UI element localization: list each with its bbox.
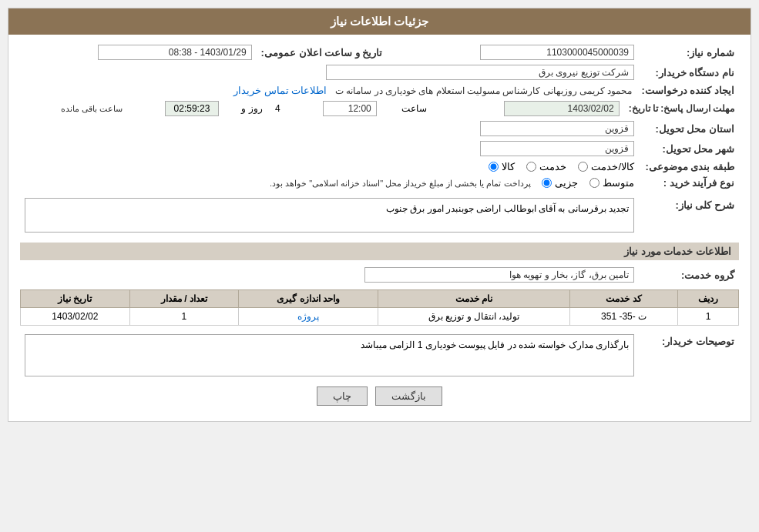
city-input[interactable] <box>480 141 634 156</box>
deadline-time-label: ساعت <box>401 103 427 114</box>
description-value: تجدید برقرسانی به آقای ابوطالب اراضی جوب… <box>25 198 634 233</box>
services-section-title: اطلاعات خدمات مورد نیاز <box>20 243 739 260</box>
page-wrapper: جزئیات اطلاعات نیاز شماره نیاز: تاریخ و … <box>8 8 751 422</box>
province-table: استان محل تحویل: <box>20 119 739 139</box>
buyer-org-label: نام دستگاه خریدار: <box>639 62 739 82</box>
creator-label: ایجاد کننده درخواست: <box>636 82 739 99</box>
table-row: 1ت -35- 351تولید، انتقال و توزیع برقپروژ… <box>21 308 739 326</box>
category-radio-group: کالا/خدمت خدمت کالا <box>489 161 634 172</box>
purchase-type-label: نوع فرآیند خرید : <box>639 175 739 191</box>
category-goods-service-label: کالا/خدمت <box>591 161 634 172</box>
deadline-table: مهلت ارسال پاسخ: تا تاریخ: ساعت 4 روز و <box>20 99 739 119</box>
main-content: شماره نیاز: تاریخ و ساعت اعلان عمومی: نا… <box>8 35 751 421</box>
purchase-type-table: نوع فرآیند خرید : متوسط جزیی پرداخت <box>20 175 739 191</box>
need-number-label: شماره نیاز: <box>639 42 739 62</box>
category-service-label: خدمت <box>539 161 566 172</box>
back-button[interactable]: بازگشت <box>375 386 442 406</box>
description-table: شرح کلی نیاز: تجدید برقرسانی به آقای ابو… <box>20 196 739 235</box>
col-date: تاریخ نیاز <box>21 290 130 308</box>
page-header: جزئیات اطلاعات نیاز <box>8 8 751 35</box>
category-table: طبقه بندی موضوعی: کالا/خدمت خدمت کالا <box>20 159 739 175</box>
print-button[interactable]: چاپ <box>317 386 368 406</box>
service-group-input[interactable] <box>364 267 634 283</box>
deadline-date-input[interactable] <box>504 101 620 116</box>
category-service-radio[interactable] <box>526 162 536 172</box>
col-service-code: کد خدمت <box>570 290 678 308</box>
category-service-option[interactable]: خدمت <box>526 161 566 172</box>
creator-contact-link[interactable]: اطلاعات تماس خریدار <box>233 85 327 96</box>
category-goods-service-option[interactable]: کالا/خدمت <box>578 161 634 172</box>
category-goods-label: کالا <box>502 161 515 172</box>
col-service-name: نام خدمت <box>378 290 570 308</box>
buyer-notes-value: بارگذاری مدارک خواسته شده در فایل پیوست … <box>25 334 634 376</box>
city-table: شهر محل تحویل: <box>20 139 739 159</box>
service-group-table: گروه خدمت: <box>20 265 739 285</box>
publish-date-input[interactable] <box>98 45 252 60</box>
action-buttons: بازگشت چاپ <box>20 386 739 406</box>
category-goods-service-radio[interactable] <box>578 162 588 172</box>
category-goods-option[interactable]: کالا <box>489 161 515 172</box>
province-input[interactable] <box>480 121 634 136</box>
countdown-value: 02:59:23 <box>165 101 219 116</box>
buyer-notes-table: توصیحات خریدار: بارگذاری مدارک خواسته شد… <box>20 332 739 379</box>
purchase-medium-option[interactable]: متوسط <box>589 177 634 189</box>
buyer-notes-label: توصیحات خریدار: <box>639 332 739 379</box>
page-title: جزئیات اطلاعات نیاز <box>331 15 428 28</box>
purchase-partial-label: جزیی <box>555 177 578 189</box>
purchase-medium-label: متوسط <box>603 177 634 189</box>
deadline-days-value: 4 <box>275 103 280 114</box>
purchase-partial-option[interactable]: جزیی <box>542 177 578 189</box>
description-label: شرح کلی نیاز: <box>639 196 739 235</box>
category-label: طبقه بندی موضوعی: <box>639 159 739 175</box>
province-label: استان محل تحویل: <box>639 119 739 139</box>
service-group-label: گروه خدمت: <box>639 265 739 285</box>
deadline-days-label: روز و <box>241 103 262 114</box>
purchase-full-text: پرداخت تمام یا بخشی از مبلغ خریداز محل "… <box>270 179 531 188</box>
city-label: شهر محل تحویل: <box>639 139 739 159</box>
purchase-partial-radio[interactable] <box>542 178 552 188</box>
col-row-num: ردیف <box>677 290 738 308</box>
category-goods-radio[interactable] <box>489 162 499 172</box>
col-quantity: تعداد / مقدار <box>129 290 239 308</box>
deadline-time-input[interactable] <box>323 101 377 116</box>
purchase-medium-radio[interactable] <box>589 178 599 188</box>
creator-table: ایجاد کننده درخواست: محمود کریمی روزبهان… <box>20 82 739 99</box>
col-unit: واحد اندازه گیری <box>239 290 378 308</box>
need-number-input[interactable] <box>480 45 634 60</box>
buyer-org-table: نام دستگاه خریدار: <box>20 62 739 82</box>
deadline-label: مهلت ارسال پاسخ: تا تاریخ: <box>624 99 739 119</box>
buyer-org-input[interactable] <box>326 65 634 80</box>
header-info-table: شماره نیاز: تاریخ و ساعت اعلان عمومی: <box>20 42 739 62</box>
services-table: ردیف کد خدمت نام خدمت واحد اندازه گیری ت… <box>20 289 739 326</box>
publish-date-label: تاریخ و ساعت اعلان عمومی: <box>257 42 388 62</box>
countdown-label: ساعت باقی مانده <box>61 104 123 113</box>
purchase-type-radio-group: متوسط جزیی <box>542 177 634 189</box>
creator-value: محمود کریمی روزبهانی کارشناس مسولیت استع… <box>335 85 632 96</box>
